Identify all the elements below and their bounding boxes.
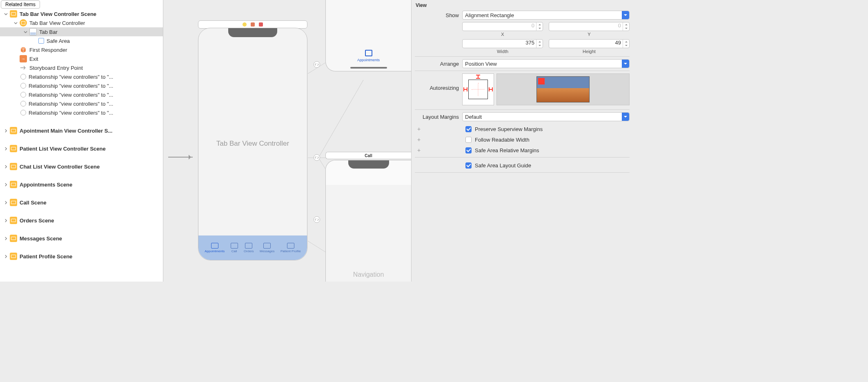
row-relationship[interactable]: Relationship "view controllers" to "... xyxy=(0,90,163,99)
disclosure-right-icon[interactable] xyxy=(3,254,8,259)
row-relationship[interactable]: Relationship "view controllers" to "... xyxy=(0,108,163,117)
disclosure-down-icon[interactable] xyxy=(23,29,28,34)
stepper-icon[interactable] xyxy=(623,40,629,48)
document-outline: Related Items Tab Bar View Controller Sc… xyxy=(0,0,163,282)
segue-link-icon[interactable] xyxy=(314,61,320,68)
row-tabbar-vc[interactable]: Tab Bar View Controller xyxy=(0,18,163,27)
stepper-icon[interactable] xyxy=(536,22,543,31)
disclosure-right-icon[interactable] xyxy=(3,200,8,205)
disclosure-right-icon[interactable] xyxy=(3,128,8,133)
readable-width-checkbox[interactable] xyxy=(465,137,472,143)
stepper-icon[interactable] xyxy=(536,40,543,48)
tab-label: Patient Profile xyxy=(280,249,301,253)
scene-row[interactable]: Orders Scene xyxy=(0,216,163,225)
exit-label: Exit xyxy=(29,56,38,62)
scene-tabbar-vc[interactable]: Tab Bar View Controller Scene xyxy=(0,9,163,18)
autoresizing-control[interactable] xyxy=(462,73,494,105)
row-relationship[interactable]: Relationship "view controllers" to "... xyxy=(0,99,163,108)
vc-placeholder-label: Tab Bar View Controller xyxy=(198,140,307,148)
scene-row[interactable]: Appointments Scene xyxy=(0,180,163,189)
add-constraint-button[interactable]: + xyxy=(415,147,423,153)
rel-label: Relationship "view controllers" to "... xyxy=(29,92,114,98)
scene-titlebar[interactable] xyxy=(198,20,307,29)
add-constraint-button[interactable]: + xyxy=(415,136,423,143)
scene-dot-icon xyxy=(259,22,263,27)
disclosure-right-icon[interactable] xyxy=(3,236,8,241)
y-field[interactable]: 0 xyxy=(549,22,630,31)
y-caption: Y xyxy=(588,32,590,37)
phone-appointments-preview[interactable]: Appointments xyxy=(325,0,411,71)
scene-row[interactable]: Chat List View Controller Scene xyxy=(0,162,163,171)
disclosure-right-icon[interactable] xyxy=(3,218,8,223)
scene-row[interactable]: Apointment Main View Controller S... xyxy=(0,126,163,135)
segue-link-icon[interactable] xyxy=(314,154,320,161)
row-safearea[interactable]: Safe Area xyxy=(0,36,163,45)
tab-item[interactable]: Appointments xyxy=(205,243,225,253)
height-field[interactable]: 49 xyxy=(549,39,630,48)
x-caption: X xyxy=(501,32,504,37)
scene-label: Patient Profile Scene xyxy=(20,253,72,260)
row-tabbar[interactable]: Tab Bar xyxy=(0,27,163,36)
show-value: Alignment Rectangle xyxy=(465,12,514,18)
disclosure-right-icon[interactable] xyxy=(3,182,8,187)
segue-icon xyxy=(20,110,26,115)
tab-item[interactable]: Call xyxy=(231,243,238,253)
stepper-icon[interactable] xyxy=(623,22,629,31)
row-relationship[interactable]: Relationship "view controllers" to "... xyxy=(0,81,163,90)
scene-row[interactable]: Call Scene xyxy=(0,198,163,207)
strut-left-icon[interactable] xyxy=(463,89,467,90)
x-value: 0 xyxy=(532,22,534,29)
arrange-select[interactable]: Position View xyxy=(462,59,630,68)
strut-right-icon[interactable] xyxy=(489,89,493,90)
show-select[interactable]: Alignment Rectangle xyxy=(462,11,630,20)
tab-icon xyxy=(263,243,271,249)
margins-value: Default xyxy=(465,114,482,120)
row-entry-point[interactable]: Storyboard Entry Point xyxy=(0,63,163,72)
disclosure-right-icon[interactable] xyxy=(3,164,8,169)
exit-icon: → xyxy=(20,55,27,62)
disclosure-down-icon[interactable] xyxy=(3,11,8,16)
tab-label: Call xyxy=(231,249,237,253)
calendar-icon xyxy=(365,50,372,56)
tab-item[interactable]: Orders xyxy=(244,243,254,253)
preserve-margins-checkbox[interactable] xyxy=(465,126,472,132)
x-field[interactable]: 0 xyxy=(462,22,543,31)
disclosure-down-icon[interactable] xyxy=(13,20,18,25)
phone-call-preview[interactable]: Navigation xyxy=(325,160,411,282)
scene-row[interactable]: Messages Scene xyxy=(0,234,163,243)
tab-item[interactable]: Messages xyxy=(260,243,274,253)
scene-label: Messages Scene xyxy=(20,235,62,242)
tab-item[interactable]: Patient Profile xyxy=(280,243,301,253)
disclosure-right-icon[interactable] xyxy=(3,146,8,151)
home-indicator-icon xyxy=(350,67,387,69)
call-scene-title[interactable]: Call xyxy=(325,152,411,159)
segue-icon xyxy=(20,101,26,107)
cube-icon xyxy=(20,46,27,53)
segue-icon xyxy=(20,83,26,89)
size-inspector: View Show Alignment Rectangle 0 X 0 Y 37… xyxy=(411,0,633,282)
chevron-down-icon xyxy=(622,11,629,19)
scene-icon xyxy=(10,235,17,242)
safe-area-guide-checkbox[interactable] xyxy=(465,162,472,169)
tab-label: Appointments xyxy=(205,249,225,253)
row-first-responder[interactable]: First Responder xyxy=(0,45,163,54)
add-constraint-button[interactable]: + xyxy=(415,126,423,132)
phone-tabbar-vc[interactable]: Tab Bar View Controller AppointmentsCall… xyxy=(198,28,307,260)
safe-area-margins-checkbox[interactable] xyxy=(465,147,472,153)
tab-bar[interactable]: AppointmentsCallOrdersMessagesPatient Pr… xyxy=(198,235,307,260)
storyboard-canvas[interactable]: Tab Bar View Controller AppointmentsCall… xyxy=(163,0,411,282)
scene-row[interactable]: Patient Profile Scene xyxy=(0,252,163,261)
width-field[interactable]: 375 xyxy=(462,39,543,48)
safe-area-guide-label: Safe Area Layout Guide xyxy=(475,162,531,169)
notch-icon xyxy=(228,28,277,37)
row-exit[interactable]: → Exit xyxy=(0,54,163,63)
scene-row[interactable]: Patient List View Controller Scene xyxy=(0,144,163,153)
viewcontroller-icon xyxy=(20,19,27,27)
segue-link-icon[interactable] xyxy=(314,216,320,223)
strut-top-icon[interactable] xyxy=(478,75,479,79)
row-relationship[interactable]: Relationship "view controllers" to "... xyxy=(0,72,163,81)
spring-v-icon[interactable] xyxy=(478,83,479,96)
related-items-button[interactable]: Related Items xyxy=(1,0,40,9)
margins-select[interactable]: Default xyxy=(462,112,630,121)
arrange-label: Arrange xyxy=(415,61,462,67)
